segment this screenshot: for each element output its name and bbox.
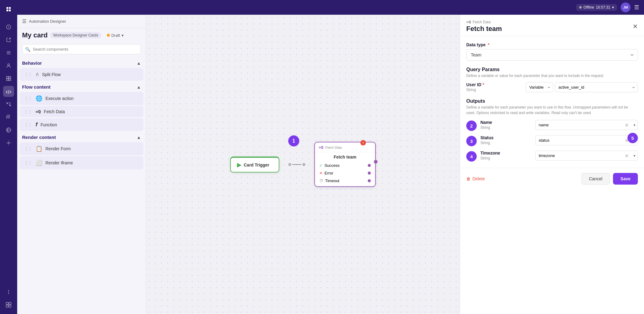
- fetch-data-panel: =Q Fetch Data Fetch team ✕ Data type * T…: [460, 15, 644, 314]
- down-name-button[interactable]: ▾: [634, 123, 635, 127]
- drag-handle: ⋮⋮: [25, 109, 32, 114]
- svg-rect-20: [6, 302, 8, 304]
- output-name-input-wrap: ✕ ▾: [535, 120, 638, 130]
- nav-workflows[interactable]: [3, 21, 14, 33]
- execute-action-label: Execute action: [45, 96, 74, 101]
- draft-badge[interactable]: Draft ▾: [104, 32, 127, 39]
- flow-content-section-header: Flow content ▲: [17, 81, 146, 91]
- user-id-param-left: User ID * String: [466, 82, 522, 92]
- output-dot-error: [368, 171, 371, 174]
- output-name-input[interactable]: [535, 120, 638, 130]
- drag-handle: ⋮⋮: [25, 72, 32, 77]
- designer-wrap: ☰ Automation Designer My card Workspace …: [17, 15, 644, 314]
- data-type-label: Data type *: [466, 42, 638, 47]
- nav-links[interactable]: [3, 34, 14, 45]
- chevron-down-icon: ▾: [612, 5, 614, 10]
- render-content-section-header: Render content ▲: [17, 132, 146, 142]
- panel-footer: 🗑 Delete Cancel Save: [460, 168, 644, 190]
- menu-icon[interactable]: ☰: [634, 4, 639, 11]
- render-content-label: Render content: [22, 135, 56, 140]
- nav-tools[interactable]: [3, 99, 14, 110]
- hamburger-icon[interactable]: ☰: [22, 18, 26, 24]
- render-content-toggle[interactable]: ▲: [137, 135, 141, 140]
- output-status-input[interactable]: [535, 135, 638, 145]
- down-timezone-button[interactable]: ▾: [634, 154, 635, 158]
- panel-subtitle: =Q Fetch Data: [466, 20, 502, 24]
- clear-name-button[interactable]: ✕: [625, 122, 629, 128]
- nav-more[interactable]: [3, 286, 14, 297]
- render-iframe-label: Render Iframe: [45, 160, 73, 165]
- split-flow-label: Split Flow: [42, 72, 61, 77]
- output-error-label: Error: [323, 171, 368, 175]
- user-id-inputs: Variable active_user_id: [526, 82, 638, 92]
- output-timeout-label: Timeout: [323, 178, 368, 183]
- output-status-label: Status: [480, 135, 532, 140]
- output-timezone-input[interactable]: [535, 151, 638, 161]
- variable-value-select[interactable]: active_user_id: [555, 82, 638, 92]
- nav-globe[interactable]: [3, 124, 14, 136]
- svg-line-13: [8, 90, 9, 94]
- svg-rect-2: [6, 10, 8, 11]
- breadcrumb-title: My card: [22, 31, 48, 39]
- nav-code[interactable]: [3, 86, 14, 97]
- fetch-data-item[interactable]: ⋮⋮ =Q Fetch Data: [20, 106, 143, 117]
- execute-action-item[interactable]: ⋮⋮ 🌐 Execute action: [20, 92, 143, 105]
- workspace-badge[interactable]: Workspace Designer Cards: [50, 32, 101, 38]
- output-success-row: ✓ Success: [315, 162, 375, 169]
- fetch-data-icon: =Q: [36, 109, 41, 114]
- panel-title: Fetch team: [466, 25, 502, 33]
- search-icon: 🔍: [25, 47, 30, 52]
- clear-timezone-button[interactable]: ✕: [625, 153, 629, 159]
- output-timezone-label: Timezone: [480, 151, 532, 155]
- output-name-left: Name String: [480, 120, 532, 130]
- flow-canvas[interactable]: ▶ Card Trigger ! =Q Fetch Data: [146, 15, 460, 314]
- search-input[interactable]: [22, 44, 141, 54]
- card-trigger-node[interactable]: ▶ Card Trigger: [230, 156, 279, 172]
- variable-type-select[interactable]: Variable: [526, 82, 553, 92]
- function-item[interactable]: ⋮⋮ f Function: [20, 118, 143, 131]
- panel-header: =Q Fetch Data Fetch team ✕: [460, 15, 644, 36]
- node-title: Fetch team: [315, 152, 375, 160]
- nav-apps[interactable]: [3, 299, 14, 310]
- nav-settings[interactable]: [3, 137, 14, 148]
- render-form-item[interactable]: ⋮⋮ 📋 Render Form: [20, 142, 143, 155]
- delete-button[interactable]: 🗑 Delete: [466, 176, 485, 181]
- error-badge: !: [360, 140, 366, 146]
- connector: [289, 163, 305, 166]
- nav-list[interactable]: [3, 47, 14, 58]
- outputs-desc: Define a variable for each parameter you…: [466, 105, 638, 116]
- close-panel-button[interactable]: ✕: [633, 23, 638, 30]
- drag-handle: ⋮⋮: [25, 147, 32, 151]
- nav-users[interactable]: [3, 60, 14, 71]
- nav-audio[interactable]: [3, 112, 14, 123]
- nav-grid[interactable]: [3, 73, 14, 84]
- function-icon: f: [36, 121, 37, 128]
- svg-rect-21: [9, 302, 11, 304]
- flow-content-toggle[interactable]: ▲: [137, 85, 141, 90]
- cancel-button[interactable]: Cancel: [581, 173, 610, 185]
- svg-rect-12: [9, 79, 11, 81]
- fetch-team-node[interactable]: ! =Q Fetch Data Fetch team ✓: [314, 142, 376, 187]
- fetch-data-icon: =Q: [319, 145, 324, 150]
- panel-body: Data type * Team Query Params Define a v…: [460, 36, 644, 168]
- output-status-left: Status String: [480, 135, 532, 145]
- output-dot-timeout: [368, 179, 371, 182]
- search-box: 🔍: [22, 44, 141, 54]
- draft-dot: [107, 34, 110, 37]
- data-type-select[interactable]: Team: [466, 49, 638, 61]
- flow-content-label: Flow content: [22, 84, 51, 90]
- nav-logo[interactable]: [3, 4, 14, 15]
- split-flow-item[interactable]: ⋮⋮ ⑃ Split Flow: [20, 68, 143, 81]
- save-button[interactable]: Save: [613, 173, 638, 185]
- behavior-toggle[interactable]: ▲: [137, 61, 141, 66]
- outputs-section: Outputs Define a variable for each param…: [466, 98, 638, 162]
- output-timezone-left: Timezone String: [480, 151, 532, 160]
- step-3-badge: 3: [466, 136, 477, 146]
- user-avatar[interactable]: JM: [621, 2, 630, 12]
- render-iframe-item[interactable]: ⋮⋮ ⬜ Render Iframe: [20, 156, 143, 169]
- output-name-type: String: [480, 125, 532, 130]
- svg-point-19: [8, 293, 9, 294]
- svg-rect-1: [9, 7, 11, 9]
- left-navigation: [0, 0, 17, 314]
- svg-point-16: [8, 142, 10, 144]
